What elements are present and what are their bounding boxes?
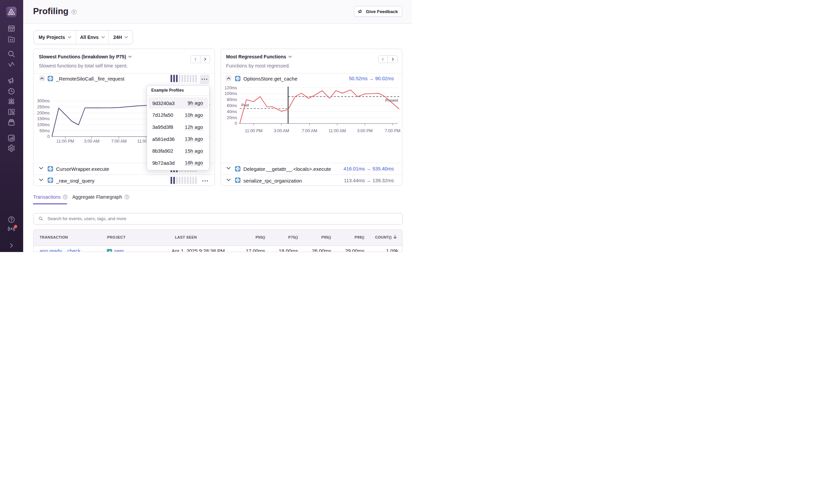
svg-text:7:00 AM: 7:00 AM — [302, 129, 317, 133]
svg-text:300ms: 300ms — [37, 99, 50, 103]
svg-text:11:00 PM: 11:00 PM — [56, 139, 74, 144]
svg-text:80ms: 80ms — [227, 97, 237, 102]
svg-text:3:00 PM: 3:00 PM — [357, 129, 373, 133]
svg-text:40ms: 40ms — [227, 109, 237, 114]
svg-text:60ms: 60ms — [227, 103, 237, 108]
svg-text:3:00 AM: 3:00 AM — [84, 139, 99, 144]
svg-text:3:00 AM: 3:00 AM — [274, 129, 289, 133]
svg-text:11:00 AM: 11:00 AM — [328, 129, 346, 133]
svg-text:11:00 PM: 11:00 PM — [245, 129, 263, 133]
svg-text:150ms: 150ms — [37, 116, 50, 121]
svg-text:0: 0 — [235, 121, 237, 126]
svg-text:7:00 AM: 7:00 AM — [111, 139, 127, 144]
svg-text:120ms: 120ms — [224, 86, 237, 90]
svg-text:250ms: 250ms — [37, 105, 50, 109]
svg-text:7:00 PM: 7:00 PM — [385, 129, 401, 133]
svg-text:20ms: 20ms — [227, 115, 237, 120]
svg-text:200ms: 200ms — [37, 111, 50, 115]
svg-text:100ms: 100ms — [224, 91, 237, 96]
svg-text:50ms: 50ms — [39, 129, 50, 133]
svg-text:100ms: 100ms — [37, 122, 50, 127]
svg-text:0: 0 — [47, 134, 50, 139]
